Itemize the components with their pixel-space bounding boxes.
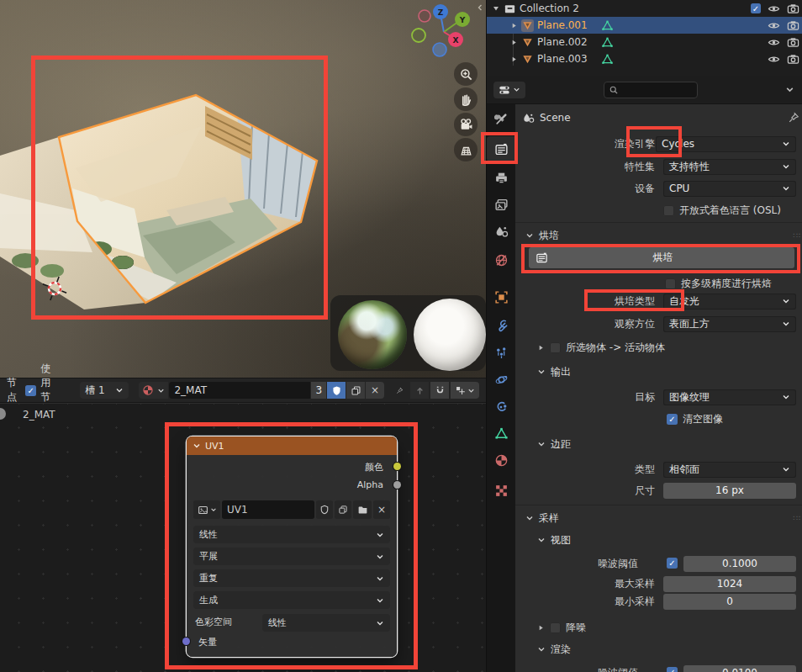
bake-panel-header[interactable]: 烘培 ∷∷: [515, 227, 802, 244]
filter-chevron-icon[interactable]: [785, 85, 794, 94]
copy-material-button[interactable]: [346, 382, 365, 399]
tab-constraints[interactable]: [487, 394, 515, 419]
interpolation-dropdown[interactable]: 线性: [193, 526, 390, 543]
gizmo-axis-neg-z[interactable]: [433, 43, 446, 56]
feature-set-dropdown[interactable]: 支持特性: [663, 159, 796, 175]
projection-dropdown[interactable]: 平展: [193, 548, 390, 565]
tab-tool[interactable]: [487, 106, 515, 131]
tab-particles[interactable]: [487, 340, 515, 365]
image-open-folder-button[interactable]: [353, 500, 372, 519]
region-collapse-icon[interactable]: [476, 3, 484, 12]
bake-type-dropdown[interactable]: 自发光: [663, 294, 796, 310]
perspective-toggle-button[interactable]: [454, 138, 478, 161]
render-sampling-header[interactable]: 渲染: [515, 641, 802, 658]
bake-button[interactable]: 烘培: [529, 247, 794, 268]
extension-dropdown[interactable]: 重复: [193, 569, 390, 587]
disclosure-closed-icon[interactable]: [510, 56, 518, 63]
selected-to-active-checkbox[interactable]: [550, 342, 561, 353]
collapse-chevron-icon[interactable]: [193, 442, 201, 450]
pin-icon[interactable]: [396, 384, 404, 397]
sampling-panel-header[interactable]: 采样 ∷∷: [515, 510, 802, 526]
collection-checkbox[interactable]: [751, 3, 761, 13]
render-engine-dropdown[interactable]: Cycles: [656, 136, 796, 152]
material-user-count[interactable]: 3: [311, 382, 326, 399]
image-unlink-button[interactable]: ×: [373, 500, 390, 519]
tab-output[interactable]: [487, 165, 515, 190]
pin-icon[interactable]: [788, 112, 799, 124]
osl-row[interactable]: 开放式着色语言 (OSL): [515, 202, 802, 219]
view-from-dropdown[interactable]: 表面上方: [663, 316, 796, 332]
source-dropdown[interactable]: 生成: [193, 591, 390, 609]
outliner-row-collection[interactable]: Collection 2: [487, 0, 802, 17]
navigation-gizmo[interactable]: Z Y X: [409, 0, 479, 62]
image-copy-button[interactable]: [335, 500, 351, 519]
snap-magnet-button[interactable]: [430, 382, 449, 399]
unlink-material-button[interactable]: ×: [366, 382, 384, 399]
zoom-button[interactable]: [454, 62, 478, 86]
clear-image-row[interactable]: 清空图像: [515, 410, 802, 427]
snap-options-dropdown[interactable]: [451, 382, 479, 399]
outliner-row-plane001[interactable]: Plane.001: [487, 17, 802, 34]
pan-hand-button[interactable]: [454, 87, 478, 111]
colorspace-dropdown[interactable]: 线性: [262, 614, 390, 632]
panel-grip[interactable]: ∷∷: [794, 231, 802, 240]
denoise-checkbox[interactable]: [550, 622, 561, 633]
disclosure-closed-icon[interactable]: [537, 624, 545, 632]
multires-row[interactable]: 按多级精度进行烘焙: [515, 275, 802, 292]
denoise-row[interactable]: 降噪: [515, 619, 802, 636]
material-preview-sphere[interactable]: [414, 299, 486, 371]
tab-world[interactable]: [487, 247, 515, 273]
editor-type-dropdown[interactable]: [493, 82, 525, 98]
eye-icon[interactable]: [768, 36, 780, 49]
node-header[interactable]: UV1: [187, 437, 397, 455]
render-noise-checkbox[interactable]: [667, 667, 678, 672]
properties-search[interactable]: [604, 82, 698, 98]
eye-icon[interactable]: [768, 53, 780, 66]
tab-texture[interactable]: [487, 478, 515, 503]
disclosure-closed-icon[interactable]: [510, 39, 518, 46]
material-type-dropdown[interactable]: [139, 382, 168, 399]
multires-checkbox[interactable]: [665, 278, 676, 289]
tab-material[interactable]: [487, 447, 515, 473]
material-slot-dropdown[interactable]: 槽 1: [80, 382, 129, 399]
margin-size-slider[interactable]: 16 px: [663, 483, 796, 499]
use-nodes-checkbox[interactable]: [25, 385, 36, 396]
tab-modifiers[interactable]: [487, 313, 515, 338]
tab-physics[interactable]: [487, 367, 515, 392]
disclosure-closed-icon[interactable]: [510, 22, 518, 29]
selected-to-active-row[interactable]: 所选物体 -> 活动物体: [515, 339, 802, 356]
camera-visibility-icon[interactable]: [787, 3, 799, 15]
tab-view-layer[interactable]: [487, 192, 515, 217]
noise-threshold-checkbox[interactable]: [667, 558, 678, 569]
color-output-socket[interactable]: [393, 463, 401, 470]
image-browse-dropdown[interactable]: [193, 500, 220, 519]
hdri-preview-sphere[interactable]: [338, 300, 407, 369]
node-menu[interactable]: 节点: [7, 376, 18, 405]
image-fake-user-button[interactable]: [316, 500, 333, 519]
tab-scene[interactable]: [487, 219, 515, 244]
camera-visibility-icon[interactable]: [787, 19, 799, 32]
camera-visibility-icon[interactable]: [787, 53, 799, 66]
search-input[interactable]: [622, 84, 693, 96]
fake-user-shield-button[interactable]: [327, 382, 346, 399]
image-name-field[interactable]: UV1: [222, 500, 314, 519]
target-dropdown[interactable]: 图像纹理: [663, 389, 796, 405]
tab-render[interactable]: [487, 136, 515, 161]
gizmo-axis-neg-y[interactable]: [412, 29, 425, 42]
render-noise-value[interactable]: 0.0100: [683, 665, 796, 672]
viewport-sampling-header[interactable]: 视图: [515, 532, 802, 548]
shader-editor-canvas[interactable]: 2_MAT UV1 颜色 Alpha UV1 ×: [0, 404, 486, 672]
material-name-field[interactable]: 2_MAT: [169, 382, 310, 399]
tab-object-data[interactable]: [487, 421, 515, 446]
image-texture-node[interactable]: UV1 颜色 Alpha UV1 × 线性 平展: [187, 437, 397, 657]
margin-subpanel-header[interactable]: 边距: [515, 436, 802, 452]
eye-icon[interactable]: [768, 3, 780, 15]
osl-checkbox[interactable]: [663, 205, 674, 216]
clear-image-checkbox[interactable]: [667, 414, 678, 425]
camera-view-button[interactable]: [454, 113, 478, 136]
outliner-row-plane002[interactable]: Plane.002: [487, 34, 802, 50]
max-samples-value[interactable]: 1024: [663, 576, 796, 592]
outliner-row-plane003[interactable]: Plane.003: [487, 50, 802, 67]
margin-type-dropdown[interactable]: 相邻面: [663, 462, 796, 478]
output-subpanel-header[interactable]: 输出: [515, 363, 802, 380]
